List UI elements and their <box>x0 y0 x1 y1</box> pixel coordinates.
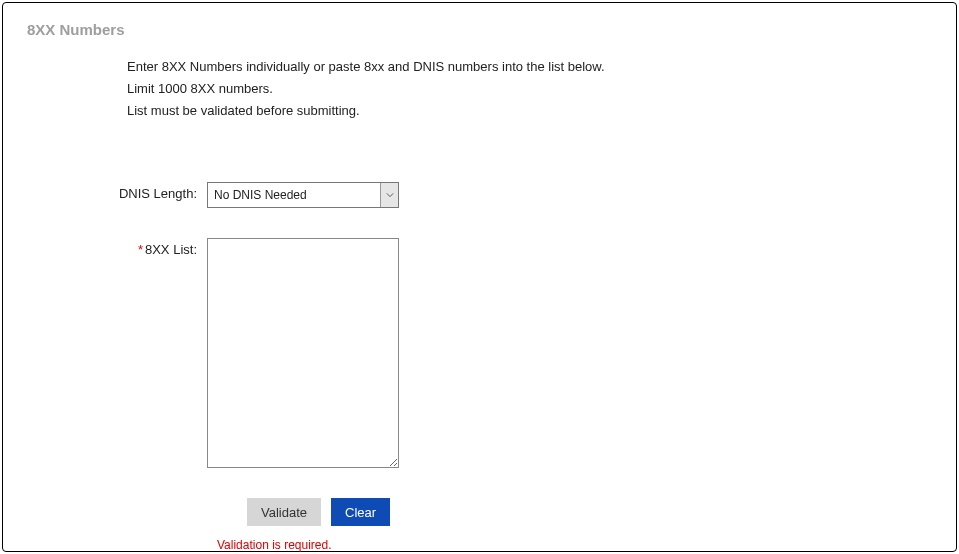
section-title: 8XX Numbers <box>27 21 932 38</box>
list-label-wrap: *8XX List: <box>27 238 207 257</box>
required-mark: * <box>138 242 143 257</box>
list-row: *8XX List: <box>27 238 932 468</box>
instruction-line-3: List must be validated before submitting… <box>127 100 932 122</box>
instructions-block: Enter 8XX Numbers individually or paste … <box>127 56 932 122</box>
clear-button[interactable]: Clear <box>331 498 390 526</box>
instruction-line-2: Limit 1000 8XX numbers. <box>127 78 932 100</box>
list-label: 8XX List: <box>145 242 197 257</box>
dnis-length-row: DNIS Length: No DNIS Needed <box>27 182 932 208</box>
instruction-line-1: Enter 8XX Numbers individually or paste … <box>127 56 932 78</box>
list-textarea[interactable] <box>207 238 399 468</box>
validate-button[interactable]: Validate <box>247 498 321 526</box>
dnis-length-label: DNIS Length: <box>27 182 207 201</box>
validation-error-message: Validation is required. <box>217 538 932 552</box>
dnis-length-value: No DNIS Needed <box>208 188 380 202</box>
dnis-length-select[interactable]: No DNIS Needed <box>207 182 399 208</box>
chevron-down-icon <box>380 183 398 207</box>
numbers-panel: 8XX Numbers Enter 8XX Numbers individual… <box>2 2 957 552</box>
button-row: Validate Clear <box>217 498 932 526</box>
form-area: DNIS Length: No DNIS Needed *8XX List: V… <box>27 182 932 552</box>
